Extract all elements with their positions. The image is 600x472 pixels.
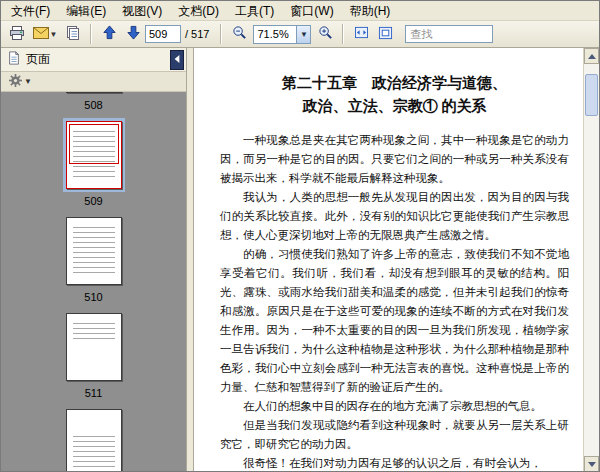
thumbnail-page-number: 508 bbox=[84, 99, 102, 112]
menu-item[interactable]: 文档(D) bbox=[170, 1, 227, 20]
scroll-down-button[interactable] bbox=[584, 456, 599, 472]
document-paragraph: 的确，习惯使我们熟知了许多上帝的意志，致使我们不知不觉地享受着它们。我们听，我们… bbox=[220, 245, 569, 397]
page-number-input[interactable] bbox=[145, 25, 181, 43]
menu-item[interactable]: 帮助(H) bbox=[342, 1, 399, 20]
chapter-title-line2: 政治、立法、宗教① 的关系 bbox=[220, 95, 569, 118]
thumbnail-page-number: 510 bbox=[84, 291, 102, 304]
menu-item[interactable]: 视图(V) bbox=[114, 1, 170, 20]
document-paragraph: 我认为，人类的思想一般先从发现目的因出发，因为目的因与我们的关系比较直接。此外，… bbox=[220, 188, 569, 245]
document-copy-icon bbox=[66, 25, 80, 43]
thumbnail-image[interactable] bbox=[66, 92, 122, 93]
next-page-button[interactable] bbox=[121, 23, 145, 45]
thumbnail-highlight bbox=[63, 92, 125, 96]
chevron-down-icon: ▼ bbox=[50, 30, 58, 39]
gear-icon bbox=[9, 74, 22, 90]
toolbar-separator bbox=[90, 24, 92, 44]
page-thumbnail-512[interactable]: 512 bbox=[63, 406, 125, 472]
page-icon bbox=[7, 51, 21, 69]
zoom-out-button[interactable] bbox=[227, 23, 251, 45]
chapter-title-line1: 第二十五章 政治经济学与道德、 bbox=[220, 72, 569, 95]
chevron-left-icon bbox=[173, 52, 181, 67]
menu-item[interactable]: 工具(T) bbox=[227, 1, 282, 20]
toolbar-separator bbox=[220, 24, 222, 44]
triangle-up-icon bbox=[588, 54, 596, 59]
thumbnail-highlight bbox=[63, 118, 125, 192]
pages-tab-label: 页面 bbox=[26, 51, 50, 68]
panel-splitter[interactable] bbox=[187, 48, 194, 472]
pdf-reader-window: 文件(F)编辑(E)视图(V)文档(D)工具(T)窗口(W)帮助(H) ▼ / … bbox=[1, 1, 599, 472]
options-menu-button[interactable]: ▼ bbox=[6, 72, 35, 92]
printer-icon bbox=[9, 25, 25, 44]
menu-item[interactable]: 文件(F) bbox=[3, 1, 58, 20]
snapshot-button[interactable] bbox=[61, 23, 85, 45]
envelope-icon bbox=[33, 27, 49, 42]
page-thumbnail-509[interactable]: 509 bbox=[63, 118, 125, 208]
thumbnail-image[interactable] bbox=[66, 121, 122, 189]
pages-panel-header: 页面 bbox=[1, 48, 186, 72]
find-input[interactable] bbox=[405, 25, 493, 43]
thumbnails-list: 508509510511512513 bbox=[1, 92, 186, 472]
fit-page-icon bbox=[378, 26, 393, 43]
page-total-label: / 517 bbox=[185, 28, 209, 40]
triangle-down-icon bbox=[588, 462, 596, 467]
fit-page-button[interactable] bbox=[373, 23, 397, 45]
magnifier-minus-icon bbox=[232, 25, 247, 43]
document-page: 第二十五章 政治经济学与道德、 政治、立法、宗教① 的关系 一种现象总是夹在其它… bbox=[194, 48, 583, 472]
scrollbar-thumb[interactable] bbox=[585, 74, 598, 116]
thumbnail-highlight bbox=[63, 406, 125, 472]
menu-bar: 文件(F)编辑(E)视图(V)文档(D)工具(T)窗口(W)帮助(H) bbox=[1, 1, 599, 21]
document-paragraph: 很奇怪！在我们对动力因有足够的认识之后，有时会认为， bbox=[220, 454, 569, 472]
fit-width-icon bbox=[354, 26, 369, 42]
document-paragraph: 但是当我们发现或隐约看到这种现象时，就要从另一层关系上研究它，即研究它的动力因。 bbox=[220, 416, 569, 454]
thumbnail-image[interactable] bbox=[66, 409, 122, 472]
zoom-in-button[interactable] bbox=[313, 23, 337, 45]
pages-panel: 页面 ▼ 508509510511512513 bbox=[1, 48, 187, 472]
scrollbar-track[interactable] bbox=[584, 64, 599, 456]
thumbnail-highlight bbox=[63, 214, 125, 288]
collapse-panel-button[interactable] bbox=[170, 50, 184, 70]
menu-item[interactable]: 窗口(W) bbox=[282, 1, 341, 20]
pages-options-bar: ▼ bbox=[1, 72, 186, 92]
toolbar-separator bbox=[342, 24, 344, 44]
page-thumbnail-508[interactable]: 508 bbox=[63, 92, 125, 112]
thumbnail-highlight bbox=[63, 310, 125, 384]
scroll-up-button[interactable] bbox=[584, 48, 599, 64]
zoom-level-select[interactable]: 71.5% ▼ bbox=[253, 25, 311, 44]
print-button[interactable] bbox=[5, 23, 29, 45]
arrow-up-icon bbox=[102, 25, 117, 43]
chevron-down-icon[interactable]: ▼ bbox=[296, 26, 310, 43]
current-view-indicator bbox=[69, 124, 119, 164]
thumbnail-page-number: 511 bbox=[85, 387, 103, 400]
thumbnail-page-number: 509 bbox=[84, 195, 102, 208]
toolbar: ▼ / 517 71.5% ▼ bbox=[1, 21, 599, 48]
zoom-value: 71.5% bbox=[254, 28, 296, 40]
magnifier-plus-icon bbox=[318, 25, 333, 43]
arrow-down-icon bbox=[126, 25, 141, 43]
page-thumbnail-511[interactable]: 511 bbox=[63, 310, 125, 400]
menu-item[interactable]: 编辑(E) bbox=[58, 1, 114, 20]
vertical-scrollbar[interactable] bbox=[583, 48, 599, 472]
email-button[interactable]: ▼ bbox=[29, 23, 61, 45]
document-body: 一种现象总是夹在其它两种现象之间，其中一种现象是它的动力因，而另一种是它的目的因… bbox=[220, 131, 569, 472]
thumbnail-image[interactable] bbox=[66, 313, 122, 381]
previous-page-button[interactable] bbox=[97, 23, 121, 45]
document-paragraph: 在人们的想象中目的因存在的地方充满了宗教思想的气息。 bbox=[220, 397, 569, 416]
document-paragraph: 一种现象总是夹在其它两种现象之间，其中一种现象是它的动力因，而另一种是它的目的因… bbox=[220, 131, 569, 188]
thumbnail-image[interactable] bbox=[66, 217, 122, 285]
fit-width-button[interactable] bbox=[349, 23, 373, 45]
content-area: 页面 ▼ 508509510511512513 第二十五章 政治经济学与道德、 … bbox=[1, 48, 599, 472]
chevron-down-icon: ▼ bbox=[24, 77, 32, 86]
page-thumbnail-510[interactable]: 510 bbox=[63, 214, 125, 304]
